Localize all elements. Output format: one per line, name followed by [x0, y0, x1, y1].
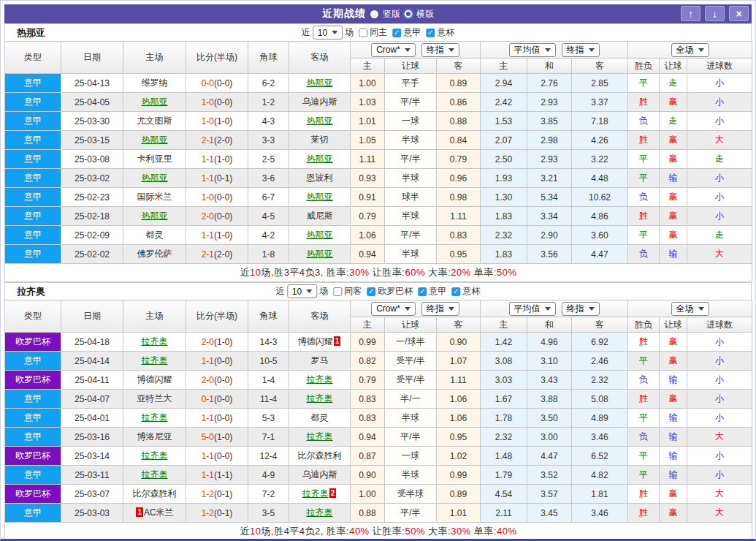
team-name[interactable]: 热那亚	[142, 211, 168, 221]
team-name[interactable]: 热那亚	[307, 192, 333, 202]
date-cell: 25-04-18	[61, 333, 123, 352]
recent-label: 近	[302, 26, 310, 39]
halftime-score: (0-0)	[214, 211, 232, 222]
corners-cell: 4-2	[248, 226, 289, 245]
team-name[interactable]: 热那亚	[307, 77, 333, 88]
handicap-result-cell: 赢	[660, 207, 687, 226]
match-row: 欧罗巴杯25-04-11博德闪耀2-0(0-0)1-4拉齐奥0.79受平/半1.…	[5, 371, 752, 390]
league-cell: 欧罗巴杯	[5, 485, 61, 504]
team-name[interactable]: 热那亚	[142, 173, 168, 183]
home-avg-cell: 1.79	[481, 466, 527, 485]
outcome-cell: 胜	[628, 485, 660, 504]
chevron-down-icon	[698, 48, 704, 52]
average-stage-select[interactable]: 终指	[562, 43, 600, 57]
bookmaker-select[interactable]: Crow*	[371, 302, 416, 316]
subcol-goals: 进球数	[687, 58, 752, 74]
home-team-cell: 佛罗伦萨	[123, 245, 186, 264]
odds-stage-select[interactable]: 终指	[421, 302, 459, 316]
unchecked-checkbox[interactable]	[333, 287, 342, 296]
halftime-score: (0-0)	[214, 97, 232, 107]
team-name[interactable]: 拉齐奥	[307, 393, 333, 404]
league-cell: 意甲	[5, 93, 61, 112]
checkbox-label: 意甲	[403, 26, 421, 39]
team-name: 恩波利	[307, 173, 333, 183]
team-name[interactable]: 热那亚	[142, 97, 168, 107]
period-select[interactable]: 全场	[671, 43, 709, 57]
scroll-down-button[interactable]: ↓	[705, 6, 725, 21]
team-name[interactable]: 拉齐奥	[142, 336, 168, 347]
result-group-header: 全场	[628, 300, 752, 317]
corners-cell: 7-2	[248, 485, 289, 504]
unchecked-checkbox[interactable]	[359, 29, 367, 37]
corners-cell: 4-3	[248, 112, 289, 131]
team-name[interactable]: 拉齐奥	[142, 412, 168, 423]
checked-checkbox[interactable]: ✓	[367, 287, 375, 296]
away-team-cell: 拉齐奥	[289, 504, 351, 523]
team-title: 热那亚	[17, 26, 45, 39]
team-name[interactable]: 热那亚	[307, 154, 333, 164]
section-header-lazio: 拉齐奥 近10场同客✓欧罗巴杯✓意甲✓意杯	[4, 282, 752, 300]
halftime-score: (0-1)	[214, 508, 232, 518]
score-cell: 2-0(1-0)	[186, 333, 248, 352]
away-team-cell: 拉齐奥2	[289, 485, 351, 504]
summary-text: 10	[250, 267, 261, 278]
home-avg-cell: 1.30	[481, 188, 527, 207]
home-team-cell: 热那亚	[123, 169, 186, 188]
average-select[interactable]: 平均值	[509, 302, 556, 316]
period-select[interactable]: 全场	[671, 302, 709, 316]
team-name[interactable]: 拉齐奥	[307, 431, 333, 442]
team-name[interactable]: 热那亚	[307, 116, 333, 126]
outcome-cell: 负	[628, 245, 660, 264]
home-team-cell: 热那亚	[123, 93, 186, 112]
team-name[interactable]: 拉齐奥	[142, 355, 168, 366]
team-name[interactable]: 拉齐奥	[142, 450, 168, 461]
subcol-handicap: 让球	[385, 58, 437, 74]
score-cell: 1-1(0-0)	[186, 447, 248, 466]
away-team-cell: 拉齐奥	[289, 371, 351, 390]
match-row: 欧罗巴杯25-04-18拉齐奥2-0(1-0)14-3博德闪耀10.99一/球半…	[5, 333, 752, 352]
checked-checkbox[interactable]: ✓	[418, 287, 427, 296]
chevron-down-icon	[332, 31, 337, 34]
recent-count-select[interactable]: 10	[287, 284, 317, 298]
away-odds-cell: 0.89	[437, 74, 481, 93]
summary-text: 近	[240, 526, 251, 537]
away-odds-cell: 1.11	[437, 207, 481, 226]
radio-vertical-layout[interactable]	[370, 10, 378, 18]
recent-count-select[interactable]: 10	[313, 26, 343, 39]
team-name[interactable]: 热那亚	[307, 230, 333, 240]
team-name[interactable]: 拉齐奥	[142, 469, 168, 480]
checkbox-label: 同主	[370, 26, 387, 39]
away-avg-cell: 7.18	[572, 112, 628, 131]
date-cell: 25-04-01	[61, 409, 123, 428]
goals-result-cell: 小	[687, 447, 752, 466]
checked-checkbox[interactable]: ✓	[426, 29, 435, 37]
home-team-cell: 1AC米兰	[123, 504, 186, 523]
subcol-avg-home: 主	[481, 58, 527, 74]
away-avg-cell: 5.08	[572, 390, 628, 409]
odds-stage-select-value: 终指	[427, 44, 444, 56]
team-name[interactable]: 热那亚	[142, 135, 168, 145]
checked-checkbox[interactable]: ✓	[451, 287, 460, 296]
close-button[interactable]: ×	[729, 6, 749, 21]
average-stage-select[interactable]: 终指	[562, 302, 600, 316]
radio-horizontal-layout[interactable]	[405, 10, 412, 18]
checked-checkbox[interactable]: ✓	[392, 29, 401, 37]
halftime-score: (0-1)	[214, 173, 232, 184]
bookmaker-select[interactable]: Crow*	[371, 43, 416, 57]
team-name[interactable]: 热那亚	[307, 249, 333, 259]
league-cell: 意甲	[5, 226, 61, 245]
team-name[interactable]: 拉齐奥	[302, 488, 329, 499]
chevron-down-icon	[589, 48, 595, 52]
outcome-cell: 平	[628, 447, 660, 466]
team-name: 罗马	[311, 355, 329, 366]
team-name[interactable]: 拉齐奥	[307, 507, 333, 518]
team-name[interactable]: 拉齐奥	[307, 374, 333, 385]
odds-stage-select[interactable]: 终指	[421, 43, 459, 57]
halftime-score: (1-0)	[214, 116, 232, 126]
handicap-result-cell: 走	[660, 112, 687, 131]
average-select[interactable]: 平均值	[509, 43, 556, 57]
scroll-up-button[interactable]: ↑	[681, 6, 700, 21]
results-table-lazio: 类型 日期 主场 比分(半场) 角球 客场 Crow* 终指 平均值 终指	[4, 300, 752, 541]
date-cell: 25-03-15	[61, 131, 123, 150]
outcome-cell: 胜	[628, 93, 660, 112]
